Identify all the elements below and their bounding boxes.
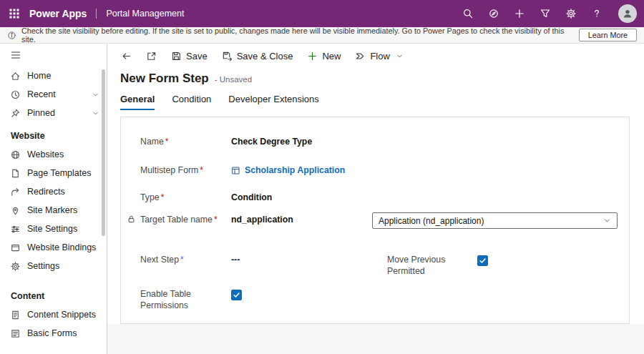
info-icon (7, 31, 16, 40)
lock-icon (127, 215, 136, 224)
popout-icon (146, 51, 157, 62)
sidebar: Home Recent Pinned Website Websites Page… (0, 44, 107, 354)
home-icon (10, 71, 21, 82)
app-launcher-icon[interactable] (0, 0, 29, 27)
new-button[interactable]: New (301, 48, 347, 64)
type-field-value[interactable]: Condition (231, 192, 372, 203)
save-and-close-button[interactable]: Save & Close (215, 48, 300, 64)
field-row-target-table: Target Table name* nd_application Applic… (121, 214, 629, 229)
header-section-title: Portal Management (106, 9, 184, 19)
tab-general[interactable]: General (120, 94, 155, 110)
sidebar-item-site-markers[interactable]: Site Markers (0, 201, 107, 220)
sidebar-item-label: Home (27, 71, 51, 81)
sidebar-item-page-templates[interactable]: Page Templates (0, 164, 107, 182)
browser-window-icon (10, 242, 21, 253)
field-row-enable-table-permissions: Enable Table Permissions (121, 288, 629, 311)
filter-icon[interactable] (539, 8, 551, 20)
sidebar-section-website: Website (0, 122, 107, 145)
name-field-label: Name* (140, 136, 231, 147)
required-marker: * (200, 165, 203, 175)
enable-table-permissions-checkbox[interactable] (231, 290, 242, 300)
sidebar-item-home[interactable]: Home (0, 67, 107, 85)
save-label: Save (186, 51, 208, 62)
multistep-form-field-label: Multistep Form* (140, 164, 231, 176)
hamburger-menu-icon[interactable] (0, 44, 107, 67)
field-row-next-step: Next Step* --- Move Previous Permitted (121, 254, 629, 277)
form-tabs: General Condition Developer Extensions (107, 94, 644, 110)
sidebar-item-redirects[interactable]: Redirects (0, 182, 107, 201)
page-icon (10, 168, 21, 179)
back-arrow-icon (121, 51, 132, 62)
quick-create-plus-icon[interactable] (513, 8, 525, 20)
sidebar-item-label: Pinned (27, 108, 55, 118)
document-lines-icon (10, 310, 21, 320)
target-table-dropdown-value: Application (nd_application) (379, 216, 484, 226)
page-title: New Form Step (120, 72, 209, 86)
sidebar-item-site-settings[interactable]: Site Settings (0, 220, 107, 238)
app-header: Power Apps Portal Management (0, 0, 644, 27)
field-row-type: Type* Condition (121, 192, 629, 203)
tab-condition[interactable]: Condition (172, 94, 211, 110)
app-name[interactable]: Power Apps (29, 8, 87, 19)
banner-message: Check the site visibility before editing… (21, 26, 574, 44)
sidebar-item-content-snippets[interactable]: Content Snippets (0, 305, 107, 324)
popout-button[interactable] (140, 48, 163, 64)
title-row: New Form Step - Unsaved (107, 72, 644, 86)
save-button[interactable]: Save (165, 48, 214, 64)
settings-gear-icon[interactable] (565, 8, 577, 20)
required-marker: * (161, 192, 165, 202)
next-step-field-value[interactable]: --- (231, 254, 372, 265)
field-row-multistep-form: Multistep Form* Scholarship Application (121, 164, 629, 176)
sidebar-item-website-bindings[interactable]: Website Bindings (0, 238, 107, 257)
main-content: Save Save & Close New Flow New Form Step… (107, 44, 644, 354)
sidebar-section-content: Content (0, 275, 107, 305)
sidebar-item-label: Websites (27, 149, 64, 159)
general-form-section: Name* Check Degree Type Multistep Form* … (120, 117, 630, 324)
sidebar-scrollbar[interactable] (102, 69, 105, 236)
sidebar-item-label: Page Templates (27, 168, 91, 178)
map-marker-icon (10, 205, 21, 216)
flow-label: Flow (370, 51, 389, 62)
form-icon (10, 328, 21, 339)
save-status: - Unsaved (215, 75, 252, 84)
multistep-form-lookup-link[interactable]: Scholarship Application (231, 164, 372, 176)
target-table-field-value[interactable]: nd_application (231, 214, 372, 225)
table-icon (231, 166, 240, 175)
sidebar-item-label: Content Snippets (27, 310, 96, 320)
sidebar-item-recent[interactable]: Recent (0, 85, 107, 104)
name-field-value[interactable]: Check Degree Type (231, 136, 372, 147)
sidebar-item-websites[interactable]: Websites (0, 145, 107, 164)
sidebar-item-settings[interactable]: Settings (0, 257, 107, 275)
search-icon[interactable] (462, 8, 474, 20)
flow-button[interactable]: Flow (348, 48, 409, 64)
enable-table-permissions-field-label: Enable Table Permissions (140, 288, 231, 311)
chevron-down-icon (396, 52, 404, 60)
chevron-down-icon[interactable] (92, 91, 99, 99)
sidebar-item-label: Recent (27, 89, 56, 99)
learn-more-button[interactable]: Learn More (579, 29, 637, 41)
chevron-down-icon[interactable] (92, 109, 99, 117)
globe-icon (10, 149, 21, 160)
sidebar-item-label: Website Bindings (27, 242, 96, 252)
sidebar-item-label: Site Markers (27, 205, 77, 215)
sidebar-item-pinned[interactable]: Pinned (0, 104, 107, 122)
command-bar: Save Save & Close New Flow (107, 44, 644, 68)
chevron-down-icon (603, 217, 611, 225)
compass-icon[interactable] (487, 8, 499, 20)
user-avatar[interactable] (618, 4, 637, 23)
content-background (107, 324, 644, 354)
required-marker: * (214, 215, 218, 225)
field-row-name: Name* Check Degree Type (121, 136, 629, 147)
target-table-dropdown[interactable]: Application (nd_application) (372, 212, 618, 229)
move-previous-checkbox[interactable] (477, 255, 488, 266)
sidebar-item-label: Site Settings (27, 224, 77, 234)
pin-icon (10, 108, 21, 119)
tab-developer-extensions[interactable]: Developer Extensions (228, 94, 318, 110)
back-button[interactable] (114, 48, 138, 64)
help-icon[interactable] (590, 8, 602, 20)
sidebar-item-basic-forms[interactable]: Basic Forms (0, 324, 107, 343)
save-and-close-label: Save & Close (237, 51, 293, 62)
save-icon (171, 51, 182, 62)
new-plus-icon (307, 51, 318, 62)
header-divider (96, 9, 97, 19)
